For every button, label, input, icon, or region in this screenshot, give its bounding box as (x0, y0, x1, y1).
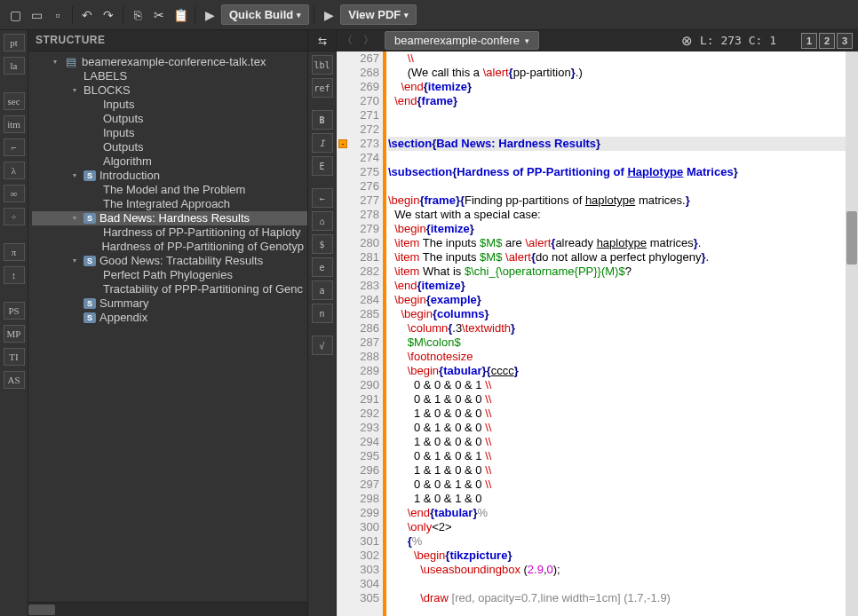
tree-label: Perfect Path Phylogenies (103, 268, 233, 282)
tree-label: Hardness of PP-Partitioning of Haploty (103, 225, 301, 240)
symbol-button-4[interactable]: ⌐ (4, 138, 25, 156)
insert-button-9[interactable]: a (312, 280, 333, 300)
insert-button-8[interactable]: e (312, 257, 333, 277)
tree-item[interactable]: ▾▤beamerexample-conference-talk.tex (32, 55, 307, 69)
file-icon: ▤ (64, 56, 78, 68)
tree-item[interactable]: The Integrated Approach (32, 197, 307, 211)
tree-label: Inputs (103, 126, 134, 140)
fold-gutter[interactable]: - (337, 51, 349, 616)
tree-item[interactable]: Inputs (32, 126, 307, 140)
insert-button-3[interactable]: I (312, 133, 333, 153)
symbol-button-9[interactable]: ↕ (4, 266, 25, 284)
tree-label: Algorithm (103, 154, 152, 169)
open-file-icon[interactable]: ▭ (27, 5, 46, 25)
section-icon: S (83, 312, 96, 323)
section-icon: S (83, 256, 96, 266)
symbol-button-3[interactable]: itm (4, 115, 25, 133)
structure-panel: STRUCTURE ▾▤beamerexample-conference-tal… (28, 30, 308, 616)
symbol-button-0[interactable]: pt (4, 34, 25, 51)
nav-fwd-icon[interactable]: 〉 (363, 33, 377, 48)
tree-item[interactable]: Tractability of PPP-Partitioning of Genc (32, 282, 307, 296)
tree-item[interactable]: Hardness of PP-Partitioning of Genotyp (32, 240, 307, 254)
tree-label: Summary (99, 296, 149, 311)
tree-item[interactable]: Inputs (32, 98, 307, 112)
tree-label: Outputs (103, 140, 144, 154)
tree-item[interactable]: The Model and the Problem (32, 183, 307, 197)
tree-label: Good News: Tractability Results (99, 254, 263, 268)
tree-item[interactable]: ▾SGood News: Tractability Results (32, 254, 307, 268)
insert-button-2[interactable]: B (312, 110, 333, 130)
symbol-button-1[interactable]: la (4, 57, 25, 75)
editor-panel: 〈 〉 beamerexample-confere ⊗ L: 273 C: 1 … (337, 30, 858, 616)
tree-label: Appendix (99, 311, 147, 325)
tree-label: BLOCKS (83, 83, 131, 98)
insert-button-4[interactable]: E (312, 156, 333, 176)
section-icon: S (83, 170, 96, 181)
insert-button-6[interactable]: ⌂ (312, 211, 333, 231)
save-file-icon[interactable]: ▫ (48, 5, 68, 25)
section-icon: S (83, 213, 96, 224)
cut-icon[interactable]: ✂ (149, 5, 169, 25)
section-icon: S (83, 298, 96, 309)
view-mode-1[interactable]: 1 (801, 33, 817, 49)
insert-button-11[interactable]: √ (312, 336, 333, 355)
nav-back-icon[interactable]: 〈 (342, 33, 356, 48)
panel-toggle-icon[interactable]: ⇆ (308, 30, 336, 51)
insert-button-10[interactable]: n (312, 304, 333, 323)
file-tab-dropdown[interactable]: beamerexample-confere (385, 31, 539, 50)
tree-label: Outputs (103, 112, 144, 126)
view-mode-3[interactable]: 3 (837, 33, 853, 49)
run-icon-2[interactable]: ▶ (319, 5, 338, 25)
tree-item[interactable]: SSummary (32, 296, 307, 311)
symbol-button-10[interactable]: PS (4, 302, 25, 320)
tree-label: LABELS (83, 69, 127, 83)
undo-icon[interactable]: ↶ (77, 5, 97, 25)
view-pdf-button[interactable]: View PDF (340, 4, 417, 25)
insert-button-5[interactable]: ← (312, 188, 333, 208)
insert-button-7[interactable]: $ (312, 234, 333, 254)
structure-tree[interactable]: ▾▤beamerexample-conference-talk.texLABEL… (28, 51, 307, 602)
redo-icon[interactable]: ↷ (99, 5, 118, 25)
tree-label: Tractability of PPP-Partitioning of Genc (103, 282, 303, 296)
structure-hscroll[interactable] (28, 602, 307, 616)
mid-symbol-toolbar: ⇆ lblrefBIE←⌂$ean√ (308, 30, 337, 616)
left-symbol-toolbar: ptlasecitm⌐λ∞÷π↕PSMPTIAS (0, 30, 28, 616)
insert-button-0[interactable]: lbl (312, 55, 333, 75)
tree-item[interactable]: ▾BLOCKS (32, 83, 307, 98)
tree-item[interactable]: Outputs (32, 112, 307, 126)
tree-item[interactable]: ▾SIntroduction (32, 169, 307, 183)
code-area[interactable]: \\ (We call this a \alert{pp-partition}.… (386, 51, 846, 616)
editor-vscroll[interactable] (846, 51, 858, 616)
editor-body[interactable]: - 26726826927027127227327427527627727827… (337, 51, 858, 616)
view-mode-2[interactable]: 2 (819, 33, 835, 49)
main-toolbar: ▢ ▭ ▫ ↶ ↷ ⎘ ✂ 📋 ▶ Quick Build ▶ View PDF (0, 0, 858, 30)
tree-label: The Model and the Problem (103, 183, 245, 197)
tree-label: Bad News: Hardness Results (99, 211, 250, 225)
tree-label: The Integrated Approach (103, 197, 230, 211)
tree-item[interactable]: ▾SBad News: Hardness Results (32, 211, 307, 225)
symbol-button-12[interactable]: TI (4, 348, 25, 366)
tree-item[interactable]: SAppendix (32, 311, 307, 325)
run-icon-1[interactable]: ▶ (200, 5, 219, 25)
symbol-button-6[interactable]: ∞ (4, 185, 25, 202)
quick-build-button[interactable]: Quick Build (221, 4, 309, 25)
symbol-button-7[interactable]: ÷ (4, 208, 25, 225)
symbol-button-11[interactable]: MP (4, 325, 25, 343)
tree-item[interactable]: Perfect Path Phylogenies (32, 268, 307, 282)
structure-header: STRUCTURE (28, 30, 307, 51)
copy-icon[interactable]: ⎘ (128, 5, 147, 25)
tree-item[interactable]: Outputs (32, 140, 307, 154)
symbol-button-8[interactable]: π (4, 243, 25, 261)
symbol-button-2[interactable]: sec (4, 92, 25, 110)
symbol-button-13[interactable]: AS (4, 371, 25, 389)
tree-label: Introduction (99, 169, 160, 183)
new-file-icon[interactable]: ▢ (5, 5, 25, 25)
paste-icon[interactable]: 📋 (171, 5, 190, 25)
insert-button-1[interactable]: ref (312, 78, 333, 98)
tree-item[interactable]: Algorithm (32, 154, 307, 169)
tree-item[interactable]: LABELS (32, 69, 307, 83)
cursor-position: L: 273 C: 1 (700, 34, 776, 47)
tree-item[interactable]: Hardness of PP-Partitioning of Haploty (32, 225, 307, 240)
close-tab-icon[interactable]: ⊗ (681, 33, 693, 49)
symbol-button-5[interactable]: λ (4, 162, 25, 179)
